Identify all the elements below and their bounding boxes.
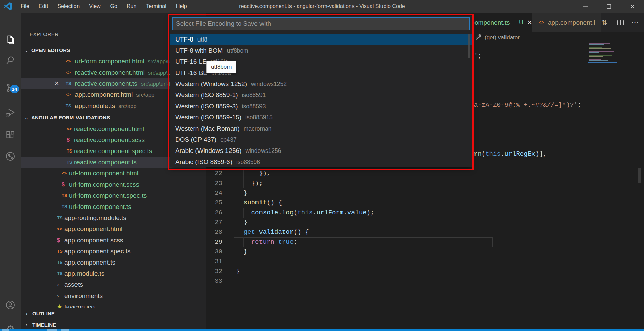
html-file-icon: <> — [66, 89, 71, 100]
quickpick-item-iso885915[interactable]: Western (ISO 8859-15)iso885915 — [170, 112, 472, 123]
file-label: app.component.ts — [64, 257, 115, 268]
encoding-label: Western (Windows 1252) — [175, 80, 247, 87]
line-number: 29 — [206, 237, 222, 247]
tree-item-app-routing.module.ts[interactable]: TSapp-routing.module.ts — [21, 212, 206, 223]
tree-item-url-form.component.html[interactable]: <>url-form.component.html — [21, 168, 206, 179]
file-label: app.component.spec.ts — [64, 246, 130, 257]
tree-item-app.component.html[interactable]: <>app.component.htmlM — [21, 223, 206, 235]
tree-item-url-form.component.spec.ts[interactable]: TSurl-form.component.spec.tsU — [21, 190, 206, 201]
quickpick-input[interactable] — [172, 17, 470, 30]
minimap-line — [589, 52, 599, 53]
quickpick-item-cp437[interactable]: DOS (CP 437)cp437 — [170, 134, 472, 145]
menu-edit[interactable]: Edit — [34, 0, 53, 13]
encoding-label: Western (ISO 8859-3) — [175, 103, 238, 110]
search-icon[interactable] — [0, 52, 21, 69]
menu-view[interactable]: View — [84, 0, 105, 13]
file-label: reactive.component.ts — [74, 157, 137, 168]
circled-branch-icon[interactable] — [0, 147, 21, 165]
code-fragment: rn(this.urlRegEx)], — [474, 149, 547, 159]
tree-item-app.module.ts[interactable]: TSapp.module.tsM — [21, 268, 206, 279]
menu-go[interactable]: Go — [105, 0, 122, 13]
minimap-line — [589, 50, 607, 50]
quickpick-item-iso88596[interactable]: Arabic (ISO 8859-6)iso88596 — [170, 156, 472, 167]
run-debug-icon[interactable] — [0, 104, 21, 121]
encoding-label: Western (Mac Roman) — [175, 125, 240, 132]
minimap-line — [589, 55, 612, 56]
account-icon[interactable] — [0, 296, 21, 314]
encoding-label: Arabic (ISO 8859-6) — [175, 158, 232, 165]
code-line-27: } — [236, 218, 247, 227]
quickpick-item-windows1252[interactable]: Western (Windows 1252)windows1252 — [170, 78, 472, 89]
source-control-icon[interactable]: 14 — [0, 79, 21, 97]
ts-file-icon: TS — [62, 201, 67, 212]
menu-help[interactable]: Help — [171, 0, 192, 13]
encoding-id: utf8bom — [227, 47, 248, 54]
encoding-label: Western (ISO 8859-15) — [175, 114, 241, 121]
code-line-29: return true; — [236, 237, 297, 247]
file-label: url-form.component.spec.ts — [69, 190, 147, 201]
encoding-id: iso88593 — [242, 103, 266, 110]
html-file-icon: <> — [67, 123, 72, 134]
open-changes-icon[interactable]: ⇅ — [601, 13, 607, 32]
ts-spec-file-icon: TS — [67, 145, 72, 157]
chevron-right-icon: › — [26, 319, 28, 329]
minimap-line — [589, 47, 602, 48]
tree-item-url-form.component.ts[interactable]: TSurl-form.component.tsU — [21, 201, 206, 212]
more-actions-icon[interactable]: ⋯ — [631, 13, 640, 32]
file-label: reactive.component.spec.ts — [74, 145, 152, 157]
quickpick-item-iso88593[interactable]: Western (ISO 8859-3)iso88593 — [170, 101, 472, 112]
quickpick-item-windows1256[interactable]: Arabic (Windows 1256)windows1256 — [170, 145, 472, 156]
status-bar[interactable] — [0, 329, 644, 331]
source-control-badge: 14 — [10, 85, 19, 93]
close-window-button[interactable] — [620, 0, 644, 13]
file-label: reactive.component.scss — [74, 134, 145, 145]
chevron-down-icon: ⌄ — [24, 112, 29, 123]
minimap[interactable] — [588, 43, 617, 64]
encoding-id: windows1256 — [245, 147, 281, 154]
extensions-icon[interactable] — [0, 127, 21, 144]
file-label: reactive.component.htmlsrc\app\url-for — [75, 67, 182, 78]
quickpick-item-utf8bom[interactable]: UTF-8 with BOMutf8bom — [170, 45, 472, 56]
scss-file-icon: $ — [67, 134, 70, 145]
editor-scrollbar[interactable] — [638, 168, 641, 183]
tree-item-assets[interactable]: ›assets — [21, 279, 206, 290]
file-label: app.component.html — [64, 223, 122, 235]
tree-item-app.component.ts[interactable]: TSapp.component.ts — [21, 257, 206, 268]
minimize-button[interactable] — [574, 0, 597, 13]
menu-selection[interactable]: Selection — [53, 0, 84, 13]
menu-terminal[interactable]: Terminal — [141, 0, 171, 13]
split-editor-icon[interactable] — [617, 13, 624, 32]
tree-item-environments[interactable]: ›environments — [21, 290, 206, 301]
close-tab-icon[interactable]: ✕ — [522, 13, 532, 32]
minimap-line — [589, 59, 601, 60]
quickpick-item-utf8[interactable]: UTF-8utf8 — [170, 34, 472, 45]
section-label: OUTLINE — [32, 308, 55, 319]
chevron-right-icon: › — [57, 290, 59, 301]
minimap-line — [589, 44, 604, 45]
vscode-logo-icon — [3, 2, 13, 11]
code-fragment: '; — [474, 51, 482, 61]
code-line-26: console.log(this.urlForm.value); — [236, 208, 374, 218]
tab-app-component-html[interactable]: <> app.component.l — [532, 13, 601, 32]
line-number: 32 — [206, 267, 222, 276]
tree-item-app.component.scss[interactable]: $app.component.scss — [21, 235, 206, 246]
explorer-icon[interactable] — [0, 31, 21, 49]
menu-run[interactable]: Run — [122, 0, 141, 13]
tree-item-app.component.spec.ts[interactable]: TSapp.component.spec.ts — [21, 246, 206, 257]
encoding-id: iso88596 — [236, 159, 260, 165]
quickpick-item-macroman[interactable]: Western (Mac Roman)macroman — [170, 123, 472, 134]
status-remote-item — [2, 329, 9, 331]
quickpick-scrollbar[interactable] — [468, 34, 470, 58]
quickpick-item-iso88591[interactable]: Western (ISO 8859-1)iso88591 — [170, 89, 472, 101]
file-label: reactive.component.tssrc\app\url-form\ — [75, 78, 181, 89]
maximize-button[interactable] — [597, 0, 620, 13]
close-icon[interactable]: ✕ — [54, 78, 59, 89]
menu-file[interactable]: File — [16, 0, 34, 13]
section-outline[interactable]: ›OUTLINE — [21, 308, 206, 319]
tree-item-url-form.component.scss[interactable]: $url-form.component.scssU — [21, 179, 206, 190]
section-timeline[interactable]: ›TIMELINE — [21, 319, 206, 329]
html-file-icon: <> — [62, 168, 67, 179]
file-label: app.module.tssrc\app — [75, 100, 136, 112]
code-line-25: submit() { — [236, 198, 282, 208]
line-number: 26 — [206, 208, 222, 218]
